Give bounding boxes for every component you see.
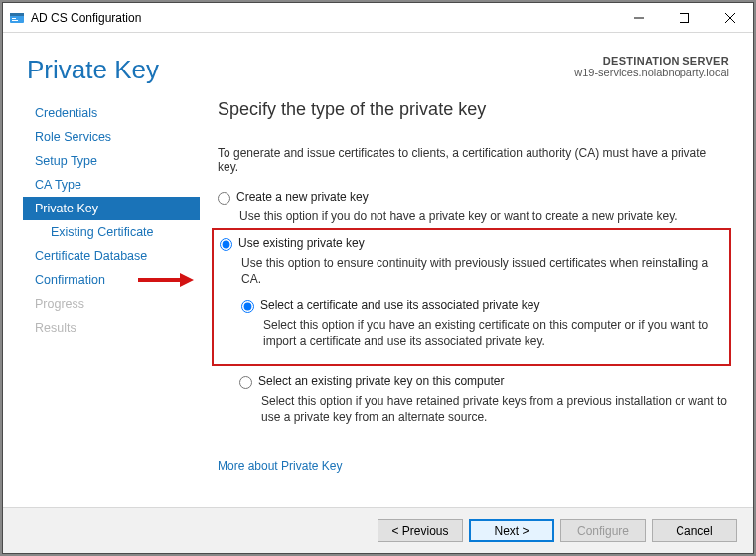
cancel-button[interactable]: Cancel bbox=[652, 519, 737, 542]
radio-create-new-key[interactable] bbox=[218, 192, 230, 205]
sidebar-item-setup-type[interactable]: Setup Type bbox=[23, 149, 200, 173]
window-title: AD CS Configuration bbox=[31, 11, 616, 25]
radio-create-new-key-desc: Use this option if you do not have a pri… bbox=[239, 208, 727, 224]
footer-button-bar: < Previous Next > Configure Cancel bbox=[3, 507, 753, 553]
app-icon bbox=[9, 10, 25, 26]
annotation-highlight-box: Use existing private key Use this option… bbox=[212, 228, 731, 366]
radio-use-existing-key[interactable] bbox=[220, 238, 232, 251]
sidebar-item-existing-certificate[interactable]: Existing Certificate bbox=[23, 220, 200, 244]
sidebar-item-certificate-database[interactable]: Certificate Database bbox=[23, 244, 200, 268]
content-title: Specify the type of the private key bbox=[218, 99, 727, 120]
page-heading: Private Key bbox=[27, 55, 159, 85]
destination-info: DESTINATION SERVER w19-services.nolabnop… bbox=[574, 55, 729, 78]
radio-select-certificate[interactable] bbox=[241, 300, 254, 313]
previous-button[interactable]: < Previous bbox=[378, 519, 463, 542]
sidebar-item-ca-type[interactable]: CA Type bbox=[23, 173, 200, 197]
intro-text: To generate and issue certificates to cl… bbox=[218, 146, 727, 174]
sidebar-item-credentials[interactable]: Credentials bbox=[23, 101, 200, 125]
svg-rect-2 bbox=[12, 18, 16, 19]
radio-select-certificate-label: Select a certificate and use its associa… bbox=[260, 298, 539, 312]
radio-use-existing-key-desc: Use this option to ensure continuity wit… bbox=[241, 255, 723, 287]
content-pane: Specify the type of the private key To g… bbox=[200, 93, 733, 507]
svg-marker-9 bbox=[180, 273, 194, 287]
header: Private Key DESTINATION SERVER w19-servi… bbox=[3, 33, 753, 93]
wizard-sidebar: Credentials Role Services Setup Type CA … bbox=[23, 93, 200, 507]
radio-select-certificate-desc: Select this option if you have an existi… bbox=[263, 317, 723, 348]
minimize-button[interactable] bbox=[616, 3, 662, 33]
close-button[interactable] bbox=[707, 3, 753, 33]
svg-rect-3 bbox=[12, 20, 18, 21]
radio-use-existing-key-label: Use existing private key bbox=[238, 236, 365, 250]
more-about-private-key-link[interactable]: More about Private Key bbox=[218, 459, 342, 473]
radio-select-existing-key-label: Select an existing private key on this c… bbox=[258, 374, 504, 388]
next-button[interactable]: Next > bbox=[469, 519, 554, 542]
sidebar-item-results: Results bbox=[23, 316, 200, 340]
radio-select-existing-key[interactable] bbox=[239, 376, 252, 389]
svg-rect-5 bbox=[680, 13, 689, 22]
svg-rect-1 bbox=[10, 13, 24, 16]
annotation-arrow-icon bbox=[136, 270, 196, 290]
sidebar-item-private-key[interactable]: Private Key bbox=[23, 197, 200, 220]
radio-create-new-key-label: Create a new private key bbox=[236, 190, 369, 204]
sidebar-item-role-services[interactable]: Role Services bbox=[23, 125, 200, 149]
maximize-button[interactable] bbox=[662, 3, 707, 33]
config-window: AD CS Configuration Private Key DESTINAT… bbox=[2, 2, 754, 554]
destination-server: w19-services.nolabnoparty.local bbox=[574, 67, 729, 78]
title-bar: AD CS Configuration bbox=[3, 3, 753, 33]
configure-button[interactable]: Configure bbox=[560, 519, 646, 542]
sidebar-item-progress: Progress bbox=[23, 292, 200, 316]
destination-label: DESTINATION SERVER bbox=[574, 55, 729, 67]
radio-select-existing-key-desc: Select this option if you have retained … bbox=[261, 393, 727, 425]
